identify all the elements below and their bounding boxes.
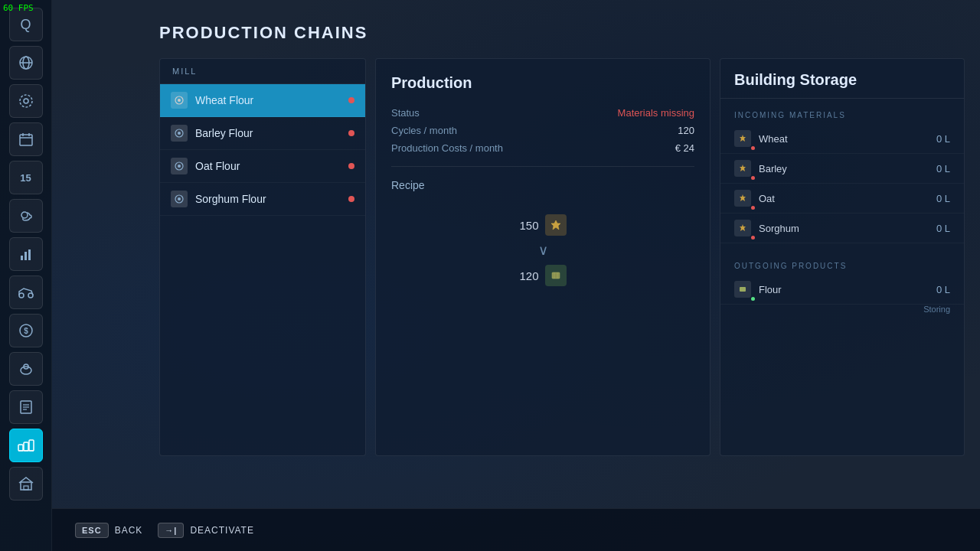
sidebar-btn-wheel[interactable]: [9, 84, 43, 118]
svg-rect-10: [21, 256, 23, 260]
svg-point-13: [19, 293, 24, 298]
recipe-title: Recipe: [391, 179, 694, 191]
svg-rect-23: [18, 445, 23, 451]
sidebar-btn-production[interactable]: [9, 429, 43, 462]
chain-icon-wheat-flour: [171, 92, 188, 109]
deactivate-key-badge: →|: [158, 523, 184, 538]
chain-item-oat-flour[interactable]: Oat Flour: [160, 150, 365, 183]
storage-dot-flour: [751, 297, 755, 301]
bottom-bar: ESC BACK →| DEACTIVATE: [52, 508, 980, 551]
status-row: Status Materials missing: [391, 107, 694, 119]
incoming-section: INCOMING MATERIALS Wheat 0 L: [720, 99, 964, 249]
chain-item-wheat-flour[interactable]: Wheat Flour: [160, 84, 365, 117]
outgoing-label: OUTGOING PRODUCTS: [720, 256, 964, 275]
storage-dot-barley: [751, 176, 755, 180]
storage-name-sorghum: Sorghum: [759, 223, 929, 234]
outgoing-section: OUTGOING PRODUCTS Flour 0 L Storing: [720, 249, 964, 323]
back-label: BACK: [115, 525, 143, 536]
production-panel: Production Status Materials missing Cycl…: [375, 58, 710, 456]
storage-icon-wheat: [734, 130, 751, 147]
arrow-down-icon: ∨: [538, 242, 548, 259]
svg-rect-11: [24, 252, 27, 260]
status-label: Status: [391, 107, 420, 119]
sidebar-btn-globe[interactable]: [9, 46, 43, 80]
svg-point-30: [178, 99, 181, 102]
sidebar-btn-calendar[interactable]: [9, 122, 43, 156]
costs-row: Production Costs / month € 24: [391, 142, 694, 154]
svg-text:$: $: [24, 327, 28, 335]
chain-status-wheat-flour: [348, 97, 354, 103]
sidebar-btn-coin[interactable]: $: [9, 314, 43, 347]
storage-dot-wheat: [751, 146, 755, 150]
storage-title: Building Storage: [720, 59, 964, 99]
chain-label-barley-flour: Barley Flour: [195, 127, 341, 139]
recipe-area: 150 ∨ 120: [391, 207, 694, 286]
storage-name-wheat: Wheat: [759, 133, 929, 145]
chain-item-barley-flour[interactable]: Barley Flour: [160, 117, 365, 150]
storage-icon-oat: [734, 190, 751, 207]
svg-point-17: [21, 367, 31, 374]
sidebar-btn-15[interactable]: 15: [9, 161, 43, 194]
storage-amount-flour: 0 L: [936, 284, 950, 295]
back-button[interactable]: ESC BACK: [75, 523, 142, 538]
cycles-row: Cycles / month 120: [391, 125, 694, 136]
production-chains-panel: MILL Wheat Flour Bar: [159, 58, 366, 456]
svg-point-36: [178, 197, 181, 201]
recipe-ingredient: 150: [519, 214, 566, 236]
chain-label-oat-flour: Oat Flour: [195, 160, 341, 172]
deactivate-label: DEACTIVATE: [190, 525, 254, 536]
sidebar-btn-weather[interactable]: [9, 199, 43, 233]
sidebar-btn-livestock[interactable]: [9, 352, 43, 386]
incoming-label: INCOMING MATERIALS: [720, 105, 964, 124]
storage-icon-barley: [734, 160, 751, 177]
storage-amount-barley: 0 L: [936, 163, 950, 174]
svg-point-3: [24, 99, 28, 103]
ingredient-amount: 150: [519, 219, 538, 232]
building-storage-panel: Building Storage INCOMING MATERIALS Whea…: [720, 58, 965, 456]
recipe-output: 120: [519, 265, 566, 286]
sidebar-btn-building[interactable]: [9, 467, 43, 500]
chain-status-barley-flour: [348, 130, 354, 136]
svg-rect-12: [28, 249, 31, 260]
chain-label-wheat-flour: Wheat Flour: [195, 94, 341, 106]
fps-counter: 60 FPS: [3, 3, 34, 13]
chain-icon-barley-flour: [171, 125, 188, 142]
svg-rect-37: [552, 272, 560, 279]
storage-amount-sorghum: 0 L: [936, 223, 950, 234]
chain-icon-oat-flour: [171, 158, 188, 174]
svg-point-32: [178, 132, 181, 135]
chain-status-sorghum-flour: [348, 196, 354, 202]
chain-status-oat-flour: [348, 163, 354, 169]
storage-dot-sorghum: [751, 236, 755, 240]
sidebar-btn-docs[interactable]: [9, 390, 43, 424]
page-title: PRODUCTION CHAINS: [159, 23, 965, 43]
storing-label: Storing: [720, 305, 964, 317]
storage-name-oat: Oat: [759, 193, 929, 204]
chain-icon-sorghum-flour: [171, 191, 188, 207]
sidebar: Q 15: [0, 0, 52, 551]
storage-dot-oat: [751, 206, 755, 210]
storage-icon-flour: [734, 281, 751, 298]
status-value: Materials missing: [618, 107, 694, 119]
storage-amount-wheat: 0 L: [936, 133, 950, 145]
production-title: Production: [391, 74, 694, 92]
output-icon: [545, 265, 567, 286]
svg-rect-5: [20, 135, 32, 145]
deactivate-button[interactable]: →| DEACTIVATE: [158, 523, 254, 538]
sidebar-btn-farm[interactable]: [9, 276, 43, 309]
svg-point-34: [178, 165, 181, 168]
storage-item-oat: Oat 0 L: [720, 184, 964, 214]
storage-icon-sorghum: [734, 220, 751, 236]
svg-rect-24: [24, 442, 28, 451]
chain-item-sorghum-flour[interactable]: Sorghum Flour: [160, 183, 365, 216]
storage-item-wheat: Wheat 0 L: [720, 124, 964, 154]
svg-rect-40: [740, 287, 746, 292]
chain-label-sorghum-flour: Sorghum Flour: [195, 193, 341, 205]
storage-amount-oat: 0 L: [936, 193, 950, 204]
costs-value: € 24: [675, 142, 694, 154]
storage-item-barley: Barley 0 L: [720, 154, 964, 184]
ingredient-icon: [545, 214, 567, 236]
divider-1: [391, 166, 694, 167]
output-amount: 120: [519, 269, 538, 282]
sidebar-btn-chart[interactable]: [9, 237, 43, 271]
